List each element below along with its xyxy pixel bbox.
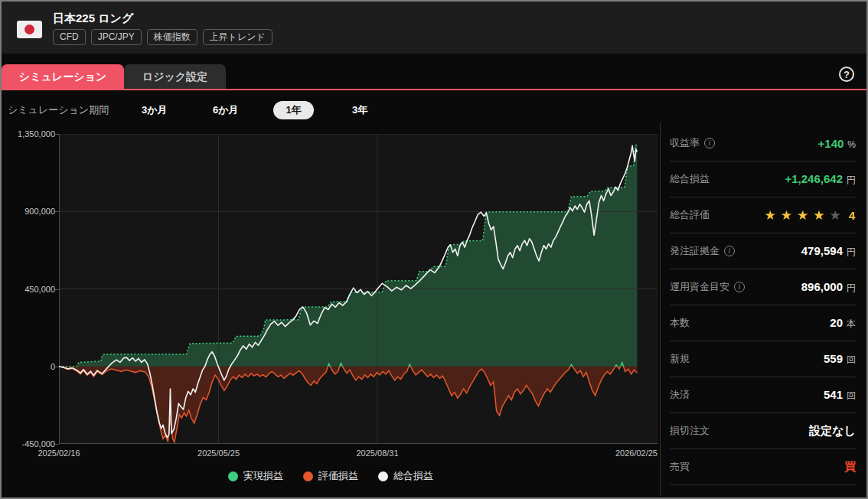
- stat-label-stop-loss: 損切注文: [670, 424, 710, 438]
- stat-number: 559: [824, 352, 843, 365]
- stat-value-total-pl: +1,246,642円: [785, 172, 857, 187]
- stat-value-stop-loss: 設定なし: [809, 424, 856, 439]
- stat-value-side: 買: [844, 460, 856, 475]
- stat-row-new-trades: 新規559回: [670, 341, 856, 377]
- legend-item: 実現損益: [228, 469, 283, 483]
- y-axis-tick: [55, 367, 59, 367]
- tab-logic-settings[interactable]: ロジック設定: [124, 64, 226, 90]
- period-option-1y[interactable]: 1年: [273, 101, 314, 119]
- instrument-header: 日本225 ロング CFDJPC/JPY株価指数上昇トレンド: [2, 2, 866, 54]
- tab-underline: [2, 89, 866, 90]
- instrument-tags: CFDJPC/JPY株価指数上昇トレンド: [53, 29, 272, 45]
- star-filled-icon: ★: [781, 207, 793, 223]
- stat-row-total-pl: 総合損益+1,246,642円: [670, 161, 856, 197]
- y-axis-tick-label: -450,000: [2, 439, 55, 448]
- stat-value-recommended-funds: 896,000円: [801, 280, 856, 295]
- stat-label-new-trades: 新規: [670, 352, 690, 366]
- stat-label-return-rate: 収益率i: [670, 136, 715, 150]
- stat-row-closed-trades: 決済541回: [670, 377, 856, 413]
- instrument-title: 日本225 ロング: [53, 11, 133, 26]
- stat-number: 479,594: [801, 244, 843, 257]
- stat-label-rating: 総合評価: [670, 208, 710, 222]
- stat-number: 設定なし: [809, 424, 856, 439]
- x-axis-tick-label: 2025/08/31: [356, 448, 398, 458]
- flag-sun-dot: [24, 24, 34, 34]
- help-icon[interactable]: ?: [839, 67, 854, 82]
- stat-value-new-trades: 559回: [824, 352, 856, 367]
- y-axis-tick: [55, 211, 59, 212]
- instrument-tag: CFD: [53, 29, 86, 45]
- chart-legend: 実現損益評価損益総合損益: [2, 469, 660, 483]
- info-icon[interactable]: i: [704, 138, 715, 148]
- stat-number: 541: [824, 388, 843, 401]
- y-axis-tick: [55, 289, 59, 290]
- stat-unit: 回: [847, 390, 856, 403]
- stat-row-return-rate: 収益率i+140%: [670, 126, 856, 161]
- info-icon[interactable]: i: [724, 246, 735, 256]
- stats-panel: 収益率i+140%総合損益+1,246,642円総合評価★★★★★4発注証拠金i…: [660, 122, 866, 496]
- stat-number: 買: [844, 460, 856, 475]
- stat-value-return-rate: +140%: [818, 137, 856, 150]
- realized-pl-area: [59, 145, 637, 367]
- legend-dot-icon: [228, 471, 238, 481]
- star-filled-icon: ★: [797, 207, 809, 223]
- stat-value-required-margin: 479,594円: [801, 244, 856, 259]
- period-option-3m[interactable]: 3か月: [142, 101, 168, 119]
- stat-unit: 本: [847, 318, 856, 331]
- app-window: 日本225 ロング CFDJPC/JPY株価指数上昇トレンド シミュレーションロ…: [0, 0, 868, 499]
- stats-rows: 収益率i+140%総合損益+1,246,642円総合評価★★★★★4発注証拠金i…: [670, 126, 856, 485]
- japan-flag-icon: [17, 21, 42, 38]
- info-icon[interactable]: i: [734, 282, 745, 292]
- stat-unit: %: [847, 139, 856, 150]
- stat-row-stop-loss: 損切注文設定なし: [670, 413, 856, 449]
- stat-row-rating: 総合評価★★★★★4: [670, 197, 856, 233]
- stat-unit: 回: [847, 354, 856, 367]
- pl-chart: 1,350,000900,000450,0000-450,000 2025/02…: [2, 122, 660, 497]
- stat-number: +1,246,642: [785, 172, 844, 185]
- rating-score: 4: [849, 209, 856, 222]
- y-axis-tick-label: 450,000: [2, 285, 55, 294]
- legend-label: 総合損益: [393, 469, 433, 483]
- stat-value-closed-trades: 541回: [824, 388, 856, 403]
- legend-dot-icon: [378, 471, 388, 481]
- stat-number: 20: [830, 316, 843, 329]
- stat-unit: 円: [847, 174, 856, 187]
- stat-label-recommended-funds: 運用資金目安i: [670, 280, 745, 294]
- stat-value-unit-count: 20本: [830, 316, 856, 331]
- y-axis-tick-label: 0: [2, 362, 55, 371]
- stat-row-recommended-funds: 運用資金目安i896,000円: [670, 269, 856, 305]
- stat-number: +140: [818, 137, 844, 150]
- tab-bar: シミュレーションロジック設定: [2, 64, 866, 90]
- stat-row-side: 売買買: [670, 449, 856, 485]
- y-axis-tick-label: 900,000: [2, 207, 55, 216]
- stat-label-closed-trades: 決済: [670, 388, 690, 402]
- stat-row-unit-count: 本数20本: [670, 305, 856, 341]
- instrument-tag: 株価指数: [147, 29, 197, 45]
- x-axis-tick-label: 2025/05/25: [197, 448, 240, 458]
- instrument-tag: JPC/JPY: [91, 29, 142, 45]
- period-option-3y[interactable]: 3年: [352, 101, 367, 119]
- period-label: シミュレーション期間: [8, 101, 109, 119]
- stat-label-total-pl: 総合損益: [670, 172, 710, 186]
- tab-simulation[interactable]: シミュレーション: [2, 64, 124, 90]
- stat-label-side: 売買: [670, 460, 690, 474]
- instrument-tag: 上昇トレンド: [203, 29, 272, 45]
- x-axis-tick-label: 2026/02/25: [615, 448, 658, 458]
- legend-label: 実現損益: [243, 469, 283, 483]
- stat-row-required-margin: 発注証拠金i479,594円: [670, 233, 856, 269]
- y-axis-tick-label: 1,350,000: [2, 129, 55, 139]
- star-empty-icon: ★: [829, 207, 841, 223]
- stat-unit: 円: [847, 282, 856, 295]
- stat-label-unit-count: 本数: [670, 316, 690, 330]
- y-axis-tick: [55, 444, 59, 445]
- y-axis-tick: [55, 134, 59, 135]
- stat-unit: 円: [847, 246, 856, 259]
- stat-number: 896,000: [801, 280, 843, 293]
- plot-area: [59, 134, 658, 444]
- star-filled-icon: ★: [764, 207, 776, 223]
- legend-dot-icon: [303, 471, 313, 481]
- stat-label-required-margin: 発注証拠金i: [670, 244, 735, 258]
- x-axis-tick-label: 2025/02/16: [38, 448, 80, 458]
- legend-item: 総合損益: [378, 469, 433, 483]
- period-option-6m[interactable]: 6か月: [213, 101, 239, 119]
